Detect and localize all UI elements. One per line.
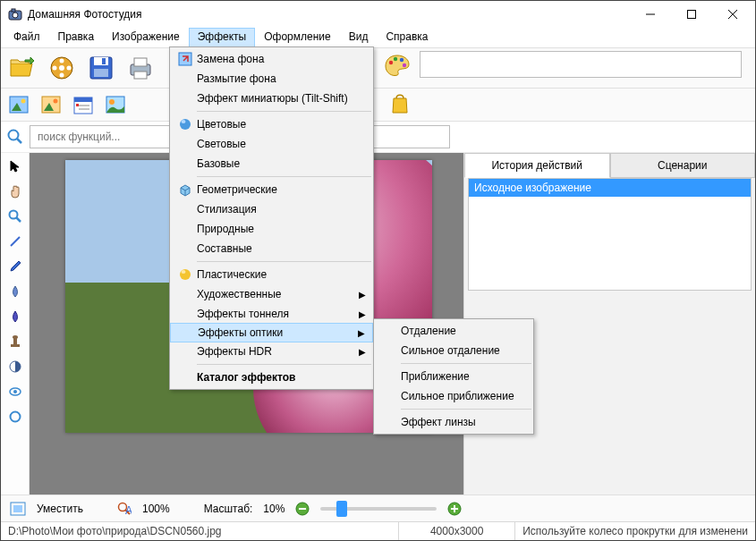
svg-rect-15 [102, 58, 106, 64]
menu-item[interactable]: Замена фона [170, 49, 373, 69]
menu-separator [197, 364, 371, 365]
save-button[interactable] [85, 52, 117, 84]
tool-fisheye[interactable] [5, 382, 25, 402]
panel-tabs: История действий Сценарии [464, 153, 755, 178]
menu-item[interactable]: Эффекты HDR▶ [170, 342, 373, 361]
titlebar: Домашняя Фотостудия [1, 1, 755, 28]
svg-point-10 [60, 73, 64, 78]
menu-separator [401, 409, 531, 410]
submenu-item[interactable]: Отдаление [374, 321, 533, 341]
tool-pipette[interactable] [5, 257, 25, 276]
menu-item[interactable]: Световые [170, 134, 373, 154]
tool-contrast[interactable] [5, 357, 25, 376]
menu-item-label: Составные [197, 242, 252, 255]
svg-point-37 [9, 131, 19, 140]
tool-pointer[interactable] [5, 156, 25, 176]
tool-hand[interactable] [5, 182, 25, 201]
close-button[interactable] [712, 1, 753, 28]
menu-separator [197, 261, 371, 262]
menu-item[interactable]: Базовые [170, 154, 373, 173]
menu-item[interactable]: Геометрические [170, 180, 373, 199]
maximize-button[interactable] [671, 1, 712, 28]
fit-icon[interactable] [10, 502, 26, 516]
zoom-reset-icon[interactable]: A [117, 502, 132, 516]
menu-item-label: Эффекты оптики [198, 326, 283, 339]
bottom-bar: Уместить A 100% Масштаб: 10% [1, 495, 755, 521]
tool-line[interactable] [5, 232, 25, 251]
menu-item[interactable]: Каталог эффектов [170, 368, 373, 387]
status-path: D:\Photo\Мои фото\природа\DSCN0560.jpg [1, 522, 399, 540]
image-b-button[interactable] [38, 92, 64, 117]
replace-bg-icon [174, 52, 197, 66]
tool-circle[interactable] [5, 407, 25, 427]
zoom-out-button[interactable] [295, 502, 310, 516]
menu-оформление[interactable]: Оформление [255, 28, 339, 47]
menu-item[interactable]: Цветовые [170, 114, 373, 134]
submenu-arrow-icon: ▶ [359, 347, 366, 357]
history-list[interactable]: Исходное изображение [468, 178, 752, 291]
svg-point-11 [53, 66, 57, 71]
svg-point-22 [400, 58, 403, 62]
tool-stamp[interactable] [5, 332, 25, 351]
submenu-arrow-icon: ▶ [358, 328, 365, 338]
svg-point-62 [180, 269, 191, 280]
menu-item-label: Эффект миниатюры (Tilt-Shift) [197, 92, 348, 105]
menu-item-label: Базовые [197, 157, 240, 170]
svg-line-41 [11, 237, 20, 246]
tab-scenarios[interactable]: Сценарии [610, 153, 756, 178]
tool-brush[interactable] [5, 307, 25, 326]
zoom-percent: 100% [142, 503, 170, 515]
menu-item[interactable]: Составные [170, 239, 373, 258]
menu-item-label: Геометрические [197, 183, 277, 196]
menu-item[interactable]: Эффекты тоннеля▶ [170, 304, 373, 324]
tab-history[interactable]: История действий [464, 153, 610, 178]
svg-line-40 [16, 217, 21, 222]
tool-zoom[interactable] [5, 207, 25, 226]
palette-button[interactable] [381, 50, 413, 82]
calendar-button[interactable] [71, 92, 96, 117]
menu-изображение[interactable]: Изображение [103, 28, 189, 47]
menu-item[interactable]: Природные [170, 219, 373, 239]
menu-item[interactable]: Художественные▶ [170, 284, 373, 304]
submenu-item[interactable]: Сильное приближение [374, 386, 533, 406]
menu-item-label: Эффекты тоннеля [197, 308, 289, 320]
fit-label[interactable]: Уместить [37, 503, 83, 515]
menu-item-label: Замена фона [197, 53, 264, 65]
svg-rect-42 [11, 344, 20, 347]
tool-drop[interactable] [5, 282, 25, 301]
svg-rect-34 [76, 104, 79, 106]
submenu-item[interactable]: Эффект линзы [374, 412, 533, 432]
submenu-item[interactable]: Приближение [374, 367, 533, 386]
menu-item[interactable]: Стилизация [170, 199, 373, 219]
menu-справка[interactable]: Справка [377, 28, 437, 47]
image-a-button[interactable] [6, 92, 31, 117]
svg-point-63 [182, 270, 186, 274]
zoom-in-button[interactable] [447, 502, 462, 516]
submenu-item[interactable]: Сильное отдаление [374, 341, 533, 360]
secondary-toolbar [1, 89, 755, 122]
menu-правка[interactable]: Правка [49, 28, 104, 47]
menu-item[interactable]: Размытие фона [170, 69, 373, 89]
menu-item-label: Каталог эффектов [197, 371, 295, 384]
toolbar-input[interactable] [420, 51, 742, 78]
minimize-button[interactable] [630, 1, 671, 28]
stamp-icon [8, 334, 22, 349]
print-button[interactable] [124, 52, 157, 84]
menu-эффекты[interactable]: Эффекты [189, 28, 256, 47]
window-title: Домашняя Фотостудия [28, 8, 630, 21]
svg-point-61 [182, 120, 186, 123]
menu-item[interactable]: Эффекты оптики▶ [170, 323, 373, 342]
film-button[interactable] [46, 52, 78, 84]
image-c-button[interactable] [103, 92, 128, 117]
menu-item-label: Цветовые [197, 118, 246, 131]
menu-вид[interactable]: Вид [340, 28, 378, 47]
zoom-slider[interactable] [320, 507, 437, 511]
open-button[interactable] [6, 52, 38, 84]
menu-файл[interactable]: Файл [4, 28, 49, 47]
zoom-icon [8, 209, 22, 224]
zoom-slider-thumb[interactable] [336, 501, 347, 517]
menu-item[interactable]: Эффект миниатюры (Tilt-Shift) [170, 89, 373, 108]
shopping-bag-button[interactable] [387, 90, 412, 115]
menu-item[interactable]: Пластические [170, 265, 373, 284]
history-item[interactable]: Исходное изображение [469, 179, 751, 197]
